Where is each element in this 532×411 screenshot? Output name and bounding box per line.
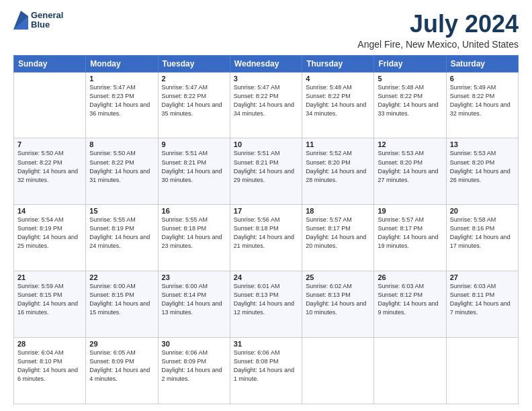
- calendar-cell: 10Sunrise: 5:51 AM Sunset: 8:21 PM Dayli…: [230, 138, 302, 205]
- calendar-day-header: Thursday: [302, 55, 374, 72]
- day-info: Sunrise: 6:00 AM Sunset: 8:15 PM Dayligh…: [89, 282, 154, 317]
- day-info: Sunrise: 5:48 AM Sunset: 8:22 PM Dayligh…: [306, 83, 370, 118]
- day-info: Sunrise: 5:57 AM Sunset: 8:17 PM Dayligh…: [306, 216, 370, 250]
- day-number: 1: [89, 75, 154, 83]
- day-number: 22: [89, 273, 154, 281]
- calendar-cell: 18Sunrise: 5:57 AM Sunset: 8:17 PM Dayli…: [302, 205, 374, 271]
- calendar-table: SundayMondayTuesdayWednesdayThursdayFrid…: [13, 55, 519, 404]
- calendar-header-row: SundayMondayTuesdayWednesdayThursdayFrid…: [14, 55, 519, 72]
- calendar-day-header: Monday: [86, 55, 158, 72]
- calendar-day-header: Friday: [374, 55, 446, 72]
- day-info: Sunrise: 5:51 AM Sunset: 8:21 PM Dayligh…: [162, 149, 226, 184]
- header: General Blue July 2024 Angel Fire, New M…: [13, 11, 519, 50]
- day-info: Sunrise: 5:57 AM Sunset: 8:17 PM Dayligh…: [378, 216, 442, 250]
- calendar-day-header: Tuesday: [158, 55, 230, 72]
- calendar-cell: 6Sunrise: 5:49 AM Sunset: 8:22 PM Daylig…: [446, 72, 518, 138]
- day-number: 19: [378, 207, 442, 215]
- day-info: Sunrise: 5:47 AM Sunset: 8:23 PM Dayligh…: [89, 83, 154, 118]
- calendar-cell: [302, 338, 374, 404]
- day-number: 18: [306, 207, 370, 215]
- calendar-cell: 17Sunrise: 5:56 AM Sunset: 8:18 PM Dayli…: [230, 205, 302, 271]
- calendar-cell: [446, 338, 518, 404]
- day-number: 17: [234, 207, 298, 215]
- day-number: 23: [162, 273, 226, 281]
- calendar-cell: 23Sunrise: 6:00 AM Sunset: 8:14 PM Dayli…: [158, 271, 230, 338]
- calendar-week-row: 14Sunrise: 5:54 AM Sunset: 8:19 PM Dayli…: [14, 205, 519, 271]
- logo-text: General Blue: [31, 11, 63, 30]
- main-title: July 2024: [357, 11, 519, 38]
- day-number: 30: [162, 340, 226, 348]
- calendar-week-row: 28Sunrise: 6:04 AM Sunset: 8:10 PM Dayli…: [14, 338, 519, 404]
- day-number: 4: [306, 75, 370, 83]
- calendar-week-row: 21Sunrise: 5:59 AM Sunset: 8:15 PM Dayli…: [14, 271, 519, 338]
- calendar-cell: 7Sunrise: 5:50 AM Sunset: 8:22 PM Daylig…: [14, 138, 86, 205]
- day-info: Sunrise: 6:03 AM Sunset: 8:12 PM Dayligh…: [378, 282, 442, 317]
- calendar-cell: 9Sunrise: 5:51 AM Sunset: 8:21 PM Daylig…: [158, 138, 230, 205]
- calendar-cell: 25Sunrise: 6:02 AM Sunset: 8:13 PM Dayli…: [302, 271, 374, 338]
- calendar-cell: 24Sunrise: 6:01 AM Sunset: 8:13 PM Dayli…: [230, 271, 302, 338]
- calendar-cell: 15Sunrise: 5:55 AM Sunset: 8:19 PM Dayli…: [86, 205, 158, 271]
- calendar-cell: 19Sunrise: 5:57 AM Sunset: 8:17 PM Dayli…: [374, 205, 446, 271]
- day-number: 29: [89, 340, 154, 348]
- calendar-cell: 22Sunrise: 6:00 AM Sunset: 8:15 PM Dayli…: [86, 271, 158, 338]
- day-info: Sunrise: 5:55 AM Sunset: 8:19 PM Dayligh…: [89, 216, 154, 250]
- day-info: Sunrise: 6:06 AM Sunset: 8:08 PM Dayligh…: [234, 349, 298, 383]
- day-number: 12: [378, 140, 442, 148]
- day-number: 6: [450, 75, 515, 83]
- day-info: Sunrise: 5:53 AM Sunset: 8:20 PM Dayligh…: [378, 149, 442, 184]
- day-number: 24: [234, 273, 298, 281]
- day-number: 8: [89, 140, 154, 148]
- logo: General Blue: [13, 11, 63, 30]
- day-number: 9: [162, 140, 226, 148]
- calendar-cell: [374, 338, 446, 404]
- title-block: July 2024 Angel Fire, New Mexico, United…: [357, 11, 519, 50]
- day-number: 2: [162, 75, 226, 83]
- day-info: Sunrise: 6:02 AM Sunset: 8:13 PM Dayligh…: [306, 282, 370, 317]
- calendar-cell: 21Sunrise: 5:59 AM Sunset: 8:15 PM Dayli…: [14, 271, 86, 338]
- day-number: 26: [378, 273, 442, 281]
- page: General Blue July 2024 Angel Fire, New M…: [0, 0, 532, 411]
- day-number: 13: [450, 140, 515, 148]
- day-number: 5: [378, 75, 442, 83]
- day-number: 28: [17, 340, 82, 348]
- day-number: 31: [234, 340, 298, 348]
- logo-line1: General: [31, 11, 63, 20]
- day-number: 3: [234, 75, 298, 83]
- calendar-cell: 29Sunrise: 6:05 AM Sunset: 8:09 PM Dayli…: [86, 338, 158, 404]
- day-info: Sunrise: 5:51 AM Sunset: 8:21 PM Dayligh…: [234, 149, 298, 184]
- day-number: 14: [17, 207, 82, 215]
- calendar-cell: 27Sunrise: 6:03 AM Sunset: 8:11 PM Dayli…: [446, 271, 518, 338]
- calendar-cell: 5Sunrise: 5:48 AM Sunset: 8:22 PM Daylig…: [374, 72, 446, 138]
- calendar-day-header: Wednesday: [230, 55, 302, 72]
- calendar-cell: 4Sunrise: 5:48 AM Sunset: 8:22 PM Daylig…: [302, 72, 374, 138]
- calendar-cell: 30Sunrise: 6:06 AM Sunset: 8:09 PM Dayli…: [158, 338, 230, 404]
- day-number: 20: [450, 207, 515, 215]
- calendar-cell: 11Sunrise: 5:52 AM Sunset: 8:20 PM Dayli…: [302, 138, 374, 205]
- day-info: Sunrise: 6:05 AM Sunset: 8:09 PM Dayligh…: [89, 349, 154, 383]
- day-info: Sunrise: 5:59 AM Sunset: 8:15 PM Dayligh…: [17, 282, 82, 317]
- logo-icon: [13, 11, 28, 30]
- day-info: Sunrise: 5:49 AM Sunset: 8:22 PM Dayligh…: [450, 83, 515, 118]
- day-number: 7: [17, 140, 82, 148]
- subtitle: Angel Fire, New Mexico, United States: [357, 39, 519, 50]
- day-number: 21: [17, 273, 82, 281]
- day-info: Sunrise: 6:06 AM Sunset: 8:09 PM Dayligh…: [162, 349, 226, 383]
- calendar-cell: 13Sunrise: 5:53 AM Sunset: 8:20 PM Dayli…: [446, 138, 518, 205]
- day-info: Sunrise: 5:47 AM Sunset: 8:22 PM Dayligh…: [162, 83, 226, 118]
- day-info: Sunrise: 5:54 AM Sunset: 8:19 PM Dayligh…: [17, 216, 82, 250]
- day-number: 25: [306, 273, 370, 281]
- day-number: 16: [162, 207, 226, 215]
- day-info: Sunrise: 5:48 AM Sunset: 8:22 PM Dayligh…: [378, 83, 442, 118]
- calendar-cell: 2Sunrise: 5:47 AM Sunset: 8:22 PM Daylig…: [158, 72, 230, 138]
- day-info: Sunrise: 5:58 AM Sunset: 8:16 PM Dayligh…: [450, 216, 515, 250]
- calendar-week-row: 7Sunrise: 5:50 AM Sunset: 8:22 PM Daylig…: [14, 138, 519, 205]
- calendar-cell: 26Sunrise: 6:03 AM Sunset: 8:12 PM Dayli…: [374, 271, 446, 338]
- day-info: Sunrise: 6:01 AM Sunset: 8:13 PM Dayligh…: [234, 282, 298, 317]
- calendar-cell: 1Sunrise: 5:47 AM Sunset: 8:23 PM Daylig…: [86, 72, 158, 138]
- day-number: 15: [89, 207, 154, 215]
- day-info: Sunrise: 5:52 AM Sunset: 8:20 PM Dayligh…: [306, 149, 370, 184]
- day-info: Sunrise: 6:04 AM Sunset: 8:10 PM Dayligh…: [17, 349, 82, 383]
- calendar-cell: 3Sunrise: 5:47 AM Sunset: 8:22 PM Daylig…: [230, 72, 302, 138]
- calendar-cell: 31Sunrise: 6:06 AM Sunset: 8:08 PM Dayli…: [230, 338, 302, 404]
- calendar-cell: 14Sunrise: 5:54 AM Sunset: 8:19 PM Dayli…: [14, 205, 86, 271]
